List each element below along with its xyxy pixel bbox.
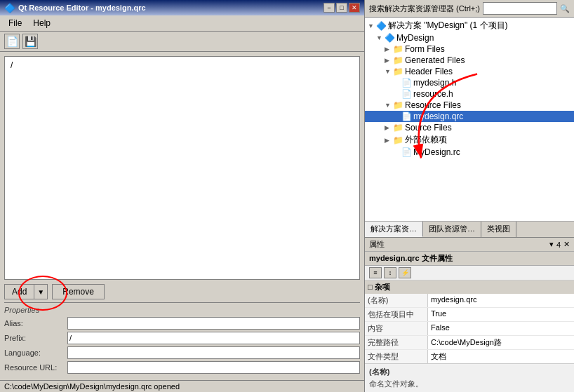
resource-tree[interactable]: / bbox=[4, 56, 360, 280]
tab-class-view[interactable]: 类视图 bbox=[481, 222, 516, 237]
folder-form-files[interactable]: ▶ 📁 Form Files bbox=[365, 43, 574, 55]
prefix-row: Prefix: bbox=[4, 332, 360, 344]
properties-file-title: mydesign.qrc 文件属性 bbox=[365, 252, 574, 266]
save-button[interactable]: 💾 bbox=[22, 34, 38, 49]
add-dropdown-button[interactable]: ▼ bbox=[34, 284, 48, 299]
footer-title: (名称) bbox=[369, 367, 570, 377]
folder-source-files[interactable]: ▶ 📁 Source Files bbox=[365, 122, 574, 133]
prop-fullpath-row: 完整路径 C:\code\MyDesign路 bbox=[365, 336, 574, 350]
prop-name-key: (名称) bbox=[365, 294, 428, 307]
help-menu[interactable]: Help bbox=[27, 17, 56, 29]
props-filter-button[interactable]: ⚡ bbox=[399, 267, 411, 278]
language-row: Language: bbox=[4, 346, 360, 359]
prop-fullpath-val: C:\code\MyDesign路 bbox=[428, 336, 574, 349]
close-button[interactable]: ✕ bbox=[349, 3, 360, 13]
window-title: Qt Resource Editor - mydesign.qrc bbox=[18, 4, 146, 12]
folder-label: Source Files bbox=[405, 123, 452, 133]
remove-button[interactable]: Remove bbox=[52, 284, 105, 299]
prop-included-val: True bbox=[428, 308, 574, 321]
folder-label: Form Files bbox=[405, 44, 445, 54]
properties-title: Properties bbox=[4, 306, 360, 314]
properties-footer: (名称) 命名文件对象。 bbox=[365, 363, 574, 392]
folder-header-files[interactable]: ▼ 📁 Header Files bbox=[365, 66, 574, 77]
prefix-input[interactable] bbox=[67, 332, 360, 344]
prop-name-row: (名称) mydesign.qrc bbox=[365, 294, 574, 308]
button-row: Add ▼ Remove bbox=[4, 284, 360, 299]
status-bar: C:\code\MyDesign\MyDesign\mydesign.qrc o… bbox=[0, 380, 364, 392]
language-input[interactable] bbox=[67, 346, 360, 359]
folder-icon: 📁 bbox=[393, 135, 403, 145]
prop-included-row: 包括在项目中 True bbox=[365, 308, 574, 322]
folder-resource-files[interactable]: ▼ 📁 Resource Files bbox=[365, 100, 574, 111]
resource-url-input[interactable] bbox=[67, 361, 360, 374]
folder-icon: 📁 bbox=[393, 123, 403, 133]
title-bar-left: 🔷 Qt Resource Editor - mydesign.qrc bbox=[4, 3, 146, 13]
properties-header-label: 属性 bbox=[369, 239, 385, 250]
status-text: C:\code\MyDesign\MyDesign\mydesign.qrc o… bbox=[4, 382, 180, 391]
maximize-button[interactable]: □ bbox=[336, 3, 347, 13]
file-mydesign-rc[interactable]: 📄 MyDesign.rc bbox=[365, 147, 574, 158]
save-icon: 💾 bbox=[25, 36, 36, 47]
expand-arrow: ▼ bbox=[385, 68, 392, 75]
resource-url-label: Resource URL: bbox=[4, 363, 67, 372]
file-mydesign-qrc[interactable]: 📄 mydesign.qrc bbox=[365, 111, 574, 122]
solution-root[interactable]: ▼ 🔷 解决方案 "MyDesign" (1 个项目) bbox=[365, 19, 574, 32]
resource-root-item: / bbox=[8, 60, 356, 71]
file-menu[interactable]: File bbox=[3, 17, 27, 29]
pin-down-icon[interactable]: ▾ bbox=[549, 240, 554, 249]
props-sort-button[interactable]: ↕ bbox=[384, 267, 396, 278]
file-label: MyDesign.rc bbox=[413, 147, 460, 157]
search-input[interactable] bbox=[483, 2, 557, 15]
project-label: MyDesign bbox=[396, 33, 434, 43]
close-properties-icon[interactable]: ✕ bbox=[563, 240, 570, 249]
folder-label: Generated Files bbox=[405, 55, 465, 65]
file-label: mydesign.qrc bbox=[413, 111, 463, 121]
solution-tree[interactable]: ▼ 🔷 解决方案 "MyDesign" (1 个项目) ▼ 🔷 MyDesign… bbox=[365, 18, 574, 222]
prop-filetype-val: 文档 bbox=[428, 350, 574, 363]
prop-included-key: 包括在项目中 bbox=[365, 308, 428, 321]
tab-team-resources[interactable]: 团队资源管… bbox=[423, 222, 481, 237]
properties-header-controls: ▾ 4 ✕ bbox=[549, 240, 570, 249]
expand-arrow: ▶ bbox=[385, 137, 392, 144]
solution-tabs: 解决方案资… 团队资源管… 类视图 bbox=[365, 222, 574, 238]
search-icon[interactable]: 🔍 bbox=[560, 4, 570, 13]
prop-content-key: 内容 bbox=[365, 322, 428, 335]
folder-icon: 📁 bbox=[393, 67, 403, 76]
prefix-label: Prefix: bbox=[4, 334, 67, 342]
properties-panel: 属性 ▾ 4 ✕ mydesign.qrc 文件属性 ≡ ↕ ⚡ □ 杂项 (名… bbox=[365, 238, 574, 392]
alias-row: Alias: bbox=[4, 317, 360, 330]
prop-filetype-key: 文件类型 bbox=[365, 350, 428, 363]
right-panel: 搜索解决方案资源管理器 (Ctrl+;) 🔍 ▼ 🔷 解决方案 "MyDesig… bbox=[365, 0, 574, 392]
prop-content-row: 内容 False bbox=[365, 322, 574, 336]
folder-icon: 📁 bbox=[393, 44, 403, 54]
pin-number: 4 bbox=[556, 241, 561, 249]
properties-toolbar: ≡ ↕ ⚡ bbox=[365, 266, 574, 281]
add-button[interactable]: Add bbox=[4, 284, 34, 299]
file-mydesign-h[interactable]: 📄 mydesign.h bbox=[365, 77, 574, 88]
prop-content-val: False bbox=[428, 322, 574, 335]
file-label: resource.h bbox=[413, 89, 453, 99]
file-label: mydesign.h bbox=[413, 78, 456, 88]
properties-section: Properties Alias: Prefix: Language: Reso… bbox=[4, 302, 360, 376]
file-icon: 📄 bbox=[401, 111, 412, 121]
tab-solution-explorer[interactable]: 解决方案资… bbox=[365, 222, 423, 237]
folder-generated-files[interactable]: ▶ 📁 Generated Files bbox=[365, 55, 574, 66]
props-list-button[interactable]: ≡ bbox=[369, 267, 382, 278]
properties-header: 属性 ▾ 4 ✕ bbox=[365, 238, 574, 252]
app-icon: 🔷 bbox=[4, 3, 15, 13]
folder-icon: 📁 bbox=[393, 100, 403, 110]
language-label: Language: bbox=[4, 349, 67, 357]
file-resource-h[interactable]: 📄 resource.h bbox=[365, 88, 574, 100]
prop-name-val: mydesign.qrc bbox=[428, 294, 574, 307]
main-toolbar: 📄 💾 bbox=[0, 32, 364, 52]
folder-external-deps[interactable]: ▶ 📁 外部依赖项 bbox=[365, 133, 574, 147]
misc-section-header[interactable]: □ 杂项 bbox=[365, 281, 574, 294]
new-file-button[interactable]: 📄 bbox=[4, 34, 20, 49]
alias-input[interactable] bbox=[67, 317, 360, 330]
solution-label: 解决方案 "MyDesign" (1 个项目) bbox=[388, 20, 508, 32]
minimize-button[interactable]: − bbox=[323, 3, 335, 13]
project-icon: 🔷 bbox=[385, 33, 395, 43]
project-mydesign[interactable]: ▼ 🔷 MyDesign bbox=[365, 32, 574, 43]
footer-desc: 命名文件对象。 bbox=[369, 379, 570, 389]
main-content: / Add ▼ Remove Properties Alias: Prefix:… bbox=[0, 52, 364, 380]
